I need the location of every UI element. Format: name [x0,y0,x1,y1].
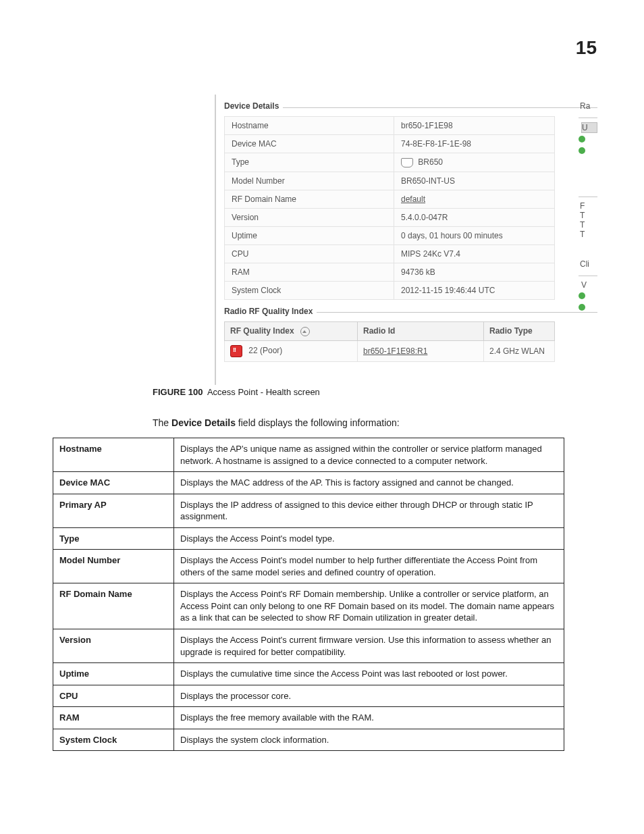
desc-term: Uptime [53,663,174,685]
document-page: 15 Device Details Hostname br650-1F1E98 … [0,0,644,834]
desc-text: Displays the Access Point's model type. [174,527,564,550]
status-dot-icon [579,292,585,299]
row-label: Model Number [225,172,394,190]
desc-text: Displays the IP address of assigned to t… [174,494,564,527]
status-dot-icon [579,147,585,154]
row-value-text: BR650 [418,157,443,167]
row-label: RF Domain Name [225,190,394,208]
desc-text: Displays the AP's unique name as assigne… [174,438,564,472]
intro-prefix: The [153,417,171,428]
intro-suffix: field displays the following information… [236,417,400,428]
table-row: Model Number BR650-INT-US [225,172,555,190]
table-row: CPU MIPS 24Kc V7.4 [225,244,555,263]
rfq-quality-cell: 22 (Poor) [225,340,358,361]
desc-term: Primary AP [53,494,174,527]
sort-icon[interactable] [300,327,310,336]
radio-id-link[interactable]: br650-1F1E98:R1 [363,346,427,356]
status-dot-icon [579,136,585,142]
device-details-table: Hostname br650-1F1E98 Device MAC 74-8E-F… [224,116,555,300]
desc-term: CPU [53,685,174,707]
table-row: Version 5.4.0.0-047R [225,208,555,226]
desc-text: Displays the system clock information. [174,729,564,751]
row-value: 5.4.0.0-047R [394,208,555,226]
frag-text: U [581,122,597,133]
rfq-col-quality[interactable]: RF Quality Index [225,321,358,340]
desc-term: Version [53,629,174,663]
desc-text: Displays the free memory available with … [174,707,564,729]
row-label: Device MAC [225,135,394,153]
row-value: BR650-INT-US [394,172,555,190]
row-value: 2012-11-15 19:46:44 UTC [394,281,555,299]
desc-term: Hostname [53,438,174,472]
description-table: HostnameDisplays the AP's unique name as… [53,438,564,751]
table-row: TypeDisplays the Access Point's model ty… [53,527,564,550]
legend-rule [317,312,597,313]
row-label: RAM [225,263,394,281]
rfq-col-radio-type[interactable]: Radio Type [484,321,555,340]
figure-caption-text: Access Point - Health screen [207,387,320,397]
table-row: CPUDisplays the processor core. [53,685,564,707]
row-label: System Clock [225,281,394,299]
document-body: FIGURE 100 Access Point - Health screen … [53,387,599,751]
frag-text: T [580,220,597,230]
table-row: RF Domain NameDisplays the Access Point'… [53,583,564,629]
row-label: CPU [225,244,394,263]
rfq-radio-type-cell: 2.4 GHz WLAN [484,340,555,361]
device-type-icon [401,158,413,167]
page-number: 15 [576,37,597,59]
rfq-radio-id-cell: br650-1F1E98:R1 [358,340,484,361]
table-row: Primary APDisplays the IP address of ass… [53,494,564,527]
table-row: Uptime 0 days, 01 hours 00 minutes [225,226,555,244]
rf-domain-link[interactable]: default [401,194,425,204]
row-value: 94736 kB [394,263,555,281]
row-value: 0 days, 01 hours 00 minutes [394,226,555,244]
desc-text: Displays the Access Point's model number… [174,550,564,583]
frag-text: V [581,280,597,290]
table-row: UptimeDisplays the cumulative time since… [53,663,564,685]
table-row: RAMDisplays the free memory available wi… [53,707,564,729]
table-row: System Clock 2012-11-15 19:46:44 UTC [225,281,555,299]
figure-caption: FIGURE 100 Access Point - Health screen [153,387,599,397]
rfq-legend: Radio RF Quality Index [224,307,313,316]
frag-text: Cli [580,259,597,269]
rfq-col-radio-id[interactable]: Radio Id [358,321,484,340]
intro-paragraph: The Device Details field displays the fo… [153,417,599,428]
row-value: br650-1F1E98 [394,117,555,135]
table-row: Device MAC 74-8E-F8-1F-1E-98 [225,135,555,153]
desc-term: Model Number [53,550,174,583]
rfq-quality-text: 22 (Poor) [248,346,282,355]
desc-term: System Clock [53,729,174,751]
row-label: Version [225,208,394,226]
desc-text: Displays the Access Point's RF Domain me… [174,583,564,629]
row-label: Type [225,153,394,172]
intro-bold: Device Details [171,417,236,428]
row-label: Uptime [225,226,394,244]
frag-text: F [580,201,597,211]
desc-term: Type [53,527,174,550]
table-row: RAM 94736 kB [225,263,555,281]
desc-text: Displays the cumulative time since the A… [174,663,564,685]
desc-term: RAM [53,707,174,729]
desc-term: RF Domain Name [53,583,174,629]
table-row: System ClockDisplays the system clock in… [53,729,564,751]
table-row: VersionDisplays the Access Point's curre… [53,629,564,663]
row-value: BR650 [394,153,555,172]
table-row: Device MACDisplays the MAC address of th… [53,472,564,494]
device-details-legend: Device Details [224,101,279,111]
col-header-text: RF Quality Index [230,326,294,336]
desc-term: Device MAC [53,472,174,494]
rfq-fieldset: Radio RF Quality Index RF Quality Index … [224,307,597,362]
row-value: 74-8E-F8-1F-1E-98 [394,135,555,153]
rfq-table: RF Quality Index Radio Id Radio Type 22 … [224,321,555,362]
status-dot-icon [579,304,585,311]
frag-text: T [580,230,597,239]
desc-text: Displays the MAC address of the AP. This… [174,472,564,494]
table-row: Hostname br650-1F1E98 [225,117,555,135]
warning-icon [230,345,242,357]
row-label: Hostname [225,117,394,135]
frag-text: Ra [580,101,597,111]
table-row: RF Domain Name default [225,190,555,208]
desc-text: Displays the processor core. [174,685,564,707]
table-row: 22 (Poor) br650-1F1E98:R1 2.4 GHz WLAN [225,340,555,361]
device-details-fieldset: Device Details Hostname br650-1F1E98 Dev… [224,101,597,300]
